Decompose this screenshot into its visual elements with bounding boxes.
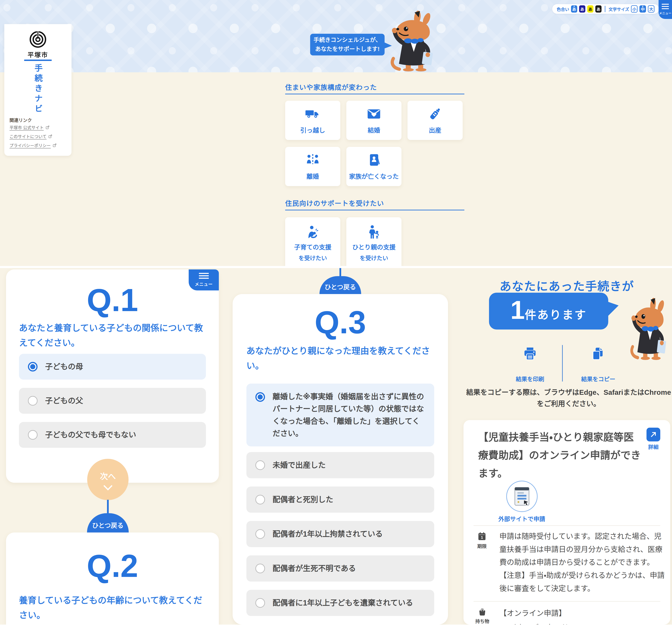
q3-option-child-abandoned[interactable]: 配偶者に1年以上子どもを遺棄されている [246, 590, 434, 616]
font-size-label: 文字サイズ [608, 6, 629, 12]
section-heading-life-events: 住まいや家族構成が変わった [285, 82, 377, 92]
color-option-yellow[interactable]: あ [587, 5, 594, 12]
city-name: 平塚市 [4, 50, 72, 59]
top-section: 色合い あ あ あ あ 文字サイズ 小 中 大 メニュー 手続きコンシェルジュが… [0, 0, 672, 266]
deadline-label: 期限 [474, 542, 490, 549]
font-size-small[interactable]: 小 [631, 5, 638, 12]
question-3-panel: Q.3 あなたがひとり親になった理由を教えてください。 離婚した※事実婚（婚姻届… [233, 294, 448, 625]
sidebar-divider [24, 59, 52, 61]
card-divider [474, 526, 660, 526]
external-link-icon [46, 125, 50, 130]
svg-text:1: 1 [481, 535, 483, 539]
card-divorce[interactable]: 離婚 [285, 147, 340, 186]
font-size-large[interactable]: 大 [648, 5, 654, 12]
link-privacy-policy[interactable]: プライバシーポリシー [9, 142, 57, 148]
online-form-icon [513, 486, 531, 507]
belongings-bag-icon [478, 607, 487, 617]
detail-button[interactable] [647, 428, 660, 441]
procedure-navi-page: 色合い あ あ あ あ 文字サイズ 小 中 大 メニュー 手続きコンシェルジュが… [0, 0, 672, 632]
related-links-heading: 関連リンク [9, 117, 32, 123]
back-one-step-button[interactable]: ひとつ戻る [319, 276, 361, 294]
question-number: Q.1 [6, 282, 219, 318]
q3-option-spouse-missing[interactable]: 配偶者が生死不明である [246, 555, 434, 582]
deadline-text: 申請は随時受付しています。認定された場合、児童扶養手当は申請日の翌月分から支給さ… [499, 530, 665, 595]
card-moving[interactable]: 引っ越し [285, 101, 340, 140]
envelope-heart-icon [366, 106, 382, 122]
card-bereavement[interactable]: 家族が亡くなった [346, 147, 402, 186]
radio-icon [255, 460, 265, 470]
copy-result-button[interactable]: 結果をコピー [580, 375, 616, 383]
card-birth[interactable]: 出産 [408, 101, 463, 140]
radio-icon [28, 396, 38, 406]
radio-selected-icon [255, 392, 265, 402]
q3-option-widowed[interactable]: 配偶者と死別した [246, 486, 434, 513]
next-button[interactable]: 次へ [87, 459, 128, 500]
link-official-site[interactable]: 平塚市 公式サイト [9, 124, 50, 130]
color-scheme-label: 色合い [557, 6, 569, 12]
bubble-tail [607, 302, 619, 317]
back-one-step-button[interactable]: ひとつ戻る [87, 513, 129, 532]
section-underline [285, 210, 464, 210]
speech-line: あなたをサポートします! [315, 45, 380, 54]
color-option-blue[interactable]: あ [571, 5, 577, 12]
q1-option-child-mother[interactable]: 子どもの母 [19, 354, 206, 380]
memorial-photo-icon [366, 152, 382, 168]
question-text: 養育している子どもの年齢について教えてください。 [19, 593, 207, 623]
selected-dot [642, 6, 643, 7]
color-option-black[interactable]: あ [595, 5, 602, 12]
hamburger-icon [662, 4, 669, 9]
deadline-calendar-icon: 1 [477, 531, 487, 541]
arrow-up-right-icon [649, 431, 657, 438]
result-title: あなたにあった手続きが [463, 277, 670, 294]
external-link-icon [52, 143, 57, 148]
copy-icon[interactable] [590, 346, 605, 361]
result-count-suffix: 件あります [525, 306, 587, 322]
result-count-bubble: 1 件あります [489, 293, 608, 330]
print-icon[interactable] [522, 346, 538, 361]
section-seam [0, 266, 672, 268]
section-heading-support: 住民向けのサポートを受けたい [285, 198, 384, 208]
mascot-illustration [387, 10, 439, 72]
site-title: 手続きナビ [32, 64, 44, 115]
external-link-icon [48, 134, 53, 138]
link-about-site[interactable]: このサイトについて [9, 133, 53, 139]
mascot-illustration [627, 297, 672, 360]
question-number: Q.3 [233, 304, 448, 340]
q3-option-unmarried-birth[interactable]: 未婚で出産した [246, 452, 434, 478]
radio-icon [255, 564, 265, 573]
concierge-speech-bubble: 手続きコンシェルジュが、 あなたをサポートします! [310, 34, 385, 55]
question-1-panel: メニュー Q.1 あなたと養育している子どもの関係について教えてください。 子ど… [6, 270, 219, 483]
question-2-panel: Q.2 養育している子どもの年齢について教えてください。 [6, 532, 219, 625]
color-option-navy[interactable]: あ [579, 5, 585, 12]
print-result-button[interactable]: 結果を印刷 [512, 375, 548, 383]
result-card: 【児童扶養手当・ひとり親家庭等医療費助成】のオンライン申請ができます。 詳細 外… [463, 420, 670, 625]
radio-icon [28, 430, 38, 440]
external-apply-label[interactable]: 外部サイトで申請 [485, 514, 558, 523]
detail-label: 詳細 [645, 443, 662, 450]
baby-bottle-icon [427, 106, 443, 122]
external-apply-button[interactable] [506, 481, 537, 512]
childcare-icon [305, 224, 321, 240]
radio-selected-icon [28, 362, 38, 372]
accessibility-toolbar: 色合い あ あ あ あ 文字サイズ 小 中 大 [552, 4, 659, 14]
q1-option-child-father[interactable]: 子どもの父 [19, 388, 206, 414]
question-text: あなたがひとり親になった理由を教えてください。 [246, 344, 436, 373]
radio-icon [255, 529, 265, 539]
card-marriage[interactable]: 結婚 [346, 101, 402, 140]
result-count: 1 [510, 296, 525, 324]
sidebar: 平塚市 手続きナビ 関連リンク 平塚市 公式サイト このサイトについて プライバ… [4, 24, 72, 156]
radio-icon [255, 598, 265, 608]
procedure-title: 【児童扶養手当・ひとり親家庭等医療費助成】のオンライン申請ができます。 [478, 428, 642, 483]
q3-option-spouse-detained[interactable]: 配偶者が1年以上拘禁されている [246, 521, 434, 547]
menu-button[interactable]: メニュー [658, 0, 672, 19]
font-size-medium[interactable]: 中 [640, 5, 646, 12]
section-underline [285, 94, 464, 94]
q1-option-neither-parent[interactable]: 子どもの父でも母でもない [19, 422, 206, 448]
hero-header: 色合い あ あ あ あ 文字サイズ 小 中 大 メニュー 手続きコンシェルジュが… [0, 0, 672, 72]
question-number: Q.2 [6, 548, 219, 584]
card-childcare-support[interactable]: 子育ての支援 を受けたい [285, 217, 340, 266]
q3-option-divorced[interactable]: 離婚した※事実婚（婚姻届を出さずに異性のパートナーと同居していた等）の状態ではな… [246, 384, 434, 447]
card-single-parent-support[interactable]: ひとり親の支援 を受けたい [346, 217, 402, 266]
actions-divider [562, 345, 563, 381]
speech-line: 手続きコンシェルジュが、 [313, 35, 381, 45]
